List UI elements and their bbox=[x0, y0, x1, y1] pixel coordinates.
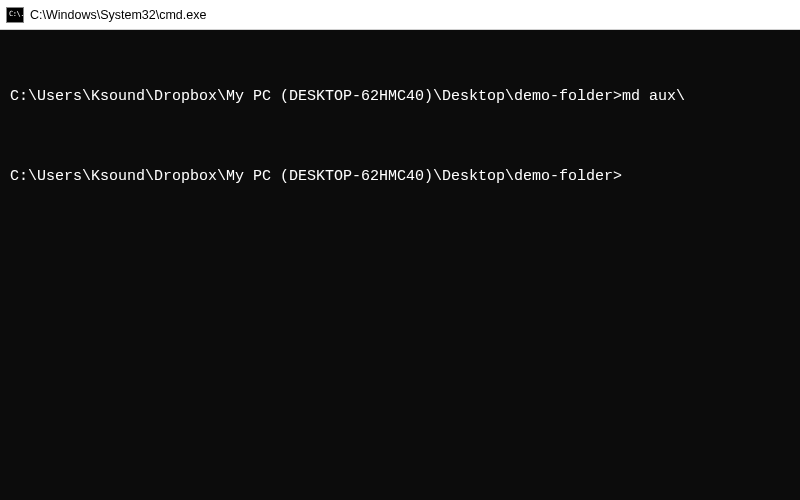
terminal-viewport[interactable]: C:\Users\Ksound\Dropbox\My PC (DESKTOP-6… bbox=[0, 30, 800, 500]
window-title: C:\Windows\System32\cmd.exe bbox=[30, 8, 206, 22]
prompt-text: C:\Users\Ksound\Dropbox\My PC (DESKTOP-6… bbox=[10, 168, 622, 185]
cmd-icon: C:\. bbox=[6, 7, 24, 23]
terminal-line: C:\Users\Ksound\Dropbox\My PC (DESKTOP-6… bbox=[10, 167, 790, 187]
terminal-line: C:\Users\Ksound\Dropbox\My PC (DESKTOP-6… bbox=[10, 87, 790, 107]
window-titlebar[interactable]: C:\. C:\Windows\System32\cmd.exe bbox=[0, 0, 800, 30]
prompt-text: C:\Users\Ksound\Dropbox\My PC (DESKTOP-6… bbox=[10, 88, 622, 105]
cmd-icon-text: C:\. bbox=[9, 11, 24, 18]
command-text: md aux\ bbox=[622, 88, 685, 105]
